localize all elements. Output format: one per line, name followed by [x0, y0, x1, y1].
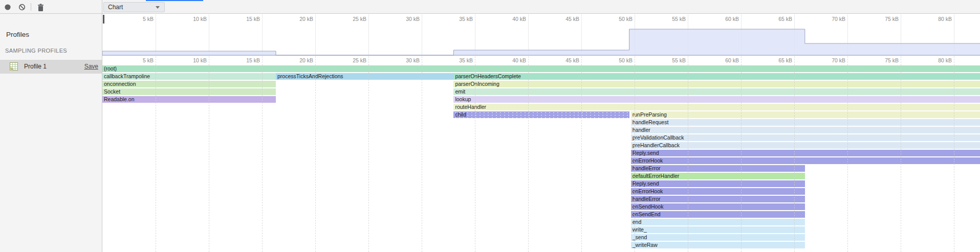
- overview-ruler-tick: 75 kB: [865, 16, 899, 22]
- toolbar: Chart: [0, 0, 980, 14]
- overview-resize-handle[interactable]: [103, 15, 104, 24]
- flame-ruler-tick: 50 kB: [599, 57, 633, 63]
- overview-ruler-tick: 20 kB: [279, 16, 313, 22]
- flame-chart-pane: (root)callbackTrampolineprocessTicksAndR…: [102, 14, 980, 252]
- clear-button[interactable]: [18, 4, 26, 11]
- overview-ruler-tick: 10 kB: [173, 16, 207, 22]
- save-profile-link[interactable]: Save: [84, 63, 98, 70]
- flame-ruler-tick: 75 kB: [865, 57, 899, 63]
- overview-ruler-tick: 30 kB: [386, 16, 420, 22]
- flame-ruler-tick: 60 kB: [705, 57, 739, 63]
- view-mode-select[interactable]: Chart: [103, 2, 165, 12]
- record-icon: [4, 4, 11, 11]
- view-mode-value: Chart: [108, 4, 123, 11]
- overview-ruler-tick: 65 kB: [758, 16, 792, 22]
- flame-ruler-tick: 10 kB: [173, 57, 207, 63]
- profile-item-profile-1[interactable]: % Profile 1 Save: [0, 60, 102, 74]
- flame-ruler-tick: 15 kB: [226, 57, 260, 63]
- memory-profiler-panel: Chart Profiles SAMPLING PROFILES % Profi: [0, 0, 980, 252]
- flame-ruler-tick: 20 kB: [279, 57, 313, 63]
- profile-icon: %: [10, 62, 18, 71]
- overview-ruler-tick: 25 kB: [333, 16, 366, 22]
- svg-text:%: %: [11, 67, 14, 71]
- selected-tab-indicator: [146, 0, 203, 1]
- delete-profile-button[interactable]: [37, 4, 44, 11]
- clear-icon: [18, 4, 26, 11]
- overview-ruler-tick: 35 kB: [439, 16, 473, 22]
- flame-ruler-tick: 30 kB: [386, 57, 420, 63]
- flame-ruler-tick: 70 kB: [812, 57, 845, 63]
- overview-ruler-tick: 40 kB: [492, 16, 526, 22]
- record-button[interactable]: [4, 4, 11, 11]
- flame-ruler-tick: 65 kB: [758, 57, 792, 63]
- flame-ruler-tick: 55 kB: [652, 57, 686, 63]
- flame-gridline: [954, 56, 980, 252]
- overview-ruler-tick: 80 kB: [918, 16, 952, 22]
- overview-ruler-tick: 60 kB: [705, 16, 739, 22]
- flame-ruler-tick: 5 kB: [120, 57, 154, 63]
- profile-name: Profile 1: [24, 63, 47, 70]
- sidebar-title: Profiles: [6, 31, 29, 38]
- sidebar-divider: [102, 0, 102, 252]
- sampling-profiles-section-label: SAMPLING PROFILES: [5, 48, 67, 54]
- overview-ruler-tick: 70 kB: [812, 16, 845, 22]
- flame-ruler-tick: 40 kB: [492, 57, 526, 63]
- trash-icon: [37, 4, 45, 12]
- flame-ruler-tick: 25 kB: [333, 57, 366, 63]
- flame-ruler-tick: 35 kB: [439, 57, 473, 63]
- overview-ruler-tick: 5 kB: [120, 16, 154, 22]
- overview-ruler-tick: 45 kB: [546, 16, 579, 22]
- overview-ruler-tick: 15 kB: [226, 16, 260, 22]
- chevron-down-icon: [156, 6, 160, 9]
- flame-ruler-tick: 80 kB: [918, 57, 952, 63]
- flame-ruler-tick: 45 kB: [546, 57, 579, 63]
- toolbar-separator: [31, 3, 31, 11]
- overview-ruler-tick: 55 kB: [652, 16, 686, 22]
- overview-ruler-tick: 50 kB: [599, 16, 633, 22]
- profiles-sidebar: Profiles SAMPLING PROFILES % Profile 1 S…: [0, 14, 102, 252]
